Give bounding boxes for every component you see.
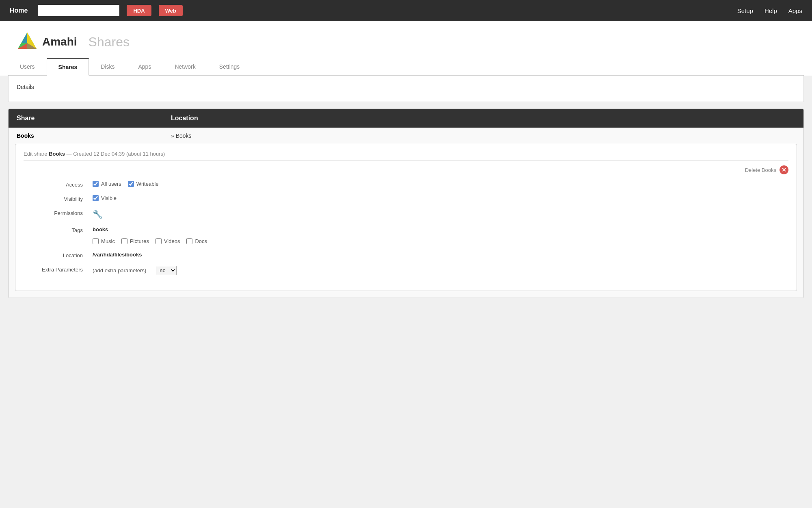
topnav-apps-link[interactable]: Apps [788,7,802,14]
extra-params-select[interactable]: no yes [156,266,177,275]
tag-music-checkbox[interactable] [93,238,99,244]
setup-link[interactable]: Setup [737,7,753,14]
search-input[interactable] [38,5,119,16]
amahi-logo [16,31,38,53]
tab-apps[interactable]: Apps [127,58,163,76]
visible-checkbox[interactable] [93,195,99,201]
edit-share-name: Books [49,151,65,157]
tab-shares[interactable]: Shares [47,58,89,76]
share-row-header-books[interactable]: Books » Books [9,128,803,144]
tags-value: books Music Pictures Videos [93,226,788,244]
form-row-visibility: Visibility Visible [24,195,788,202]
tab-users[interactable]: Users [8,58,47,76]
form-row-permissions: Permissions 🔧 [24,209,788,219]
tags-current: books [93,226,788,232]
page-title: Shares [89,35,130,50]
logo-container: Amahi [16,31,77,53]
visible-label: Visible [101,195,117,201]
tab-settings[interactable]: Settings [207,58,252,76]
form-row-access: Access All users Writeable [24,181,788,188]
location-label: Location [24,252,93,258]
tags-options: Music Pictures Videos Docs [93,238,207,244]
delete-row: Delete Books ✕ [24,165,788,174]
form-row-extra-params: Extra Parameters (add extra parameters) … [24,266,788,275]
help-link[interactable]: Help [764,7,777,14]
tab-network[interactable]: Network [163,58,207,76]
share-location-books: » Books [171,132,795,139]
extra-params-text: (add extra parameters) [93,267,146,274]
tag-docs-text: Docs [195,238,207,244]
form-row-location: Location /var/hda/files/books [24,252,788,258]
tabbar-container: Users Shares Disks Apps Network Settings [0,58,812,76]
tag-pictures-text: Pictures [130,238,149,244]
writeable-checkbox[interactable] [128,181,134,187]
extra-params-value: (add extra parameters) no yes [93,266,788,275]
web-button[interactable]: Web [159,5,183,16]
form-row-tags: Tags books Music Pictures [24,226,788,244]
content-area: Details [8,76,804,102]
topnav-right: Setup Help Apps [737,7,802,14]
header-area: Amahi Shares [0,21,812,58]
top-navigation: Home HDA Web Setup Help Apps [0,0,812,21]
tag-pictures-checkbox[interactable] [121,238,127,244]
all-users-label: All users [101,181,121,187]
edit-header: Edit share Books — Created 12 Dec 04:39 … [24,151,788,161]
tag-pictures-label[interactable]: Pictures [121,238,149,244]
col-header-location: Location [171,115,795,122]
share-name-books: Books [17,132,171,139]
tabbar: Users Shares Disks Apps Network Settings [8,58,804,76]
tag-music-label[interactable]: Music [93,238,115,244]
tag-videos-label[interactable]: Videos [155,238,180,244]
tag-docs-checkbox[interactable] [186,238,192,244]
details-label: Details [17,82,795,95]
tag-docs-label[interactable]: Docs [186,238,207,244]
visibility-value: Visible [93,195,788,201]
edit-panel-books: Edit share Books — Created 12 Dec 04:39 … [15,144,797,291]
home-link[interactable]: Home [10,7,28,14]
location-value: /var/hda/files/books [93,252,788,258]
access-label: Access [24,181,93,188]
writeable-label: Writeable [136,181,159,187]
delete-label: Delete Books [745,167,776,173]
tab-disks[interactable]: Disks [89,58,126,76]
writeable-checkbox-label[interactable]: Writeable [128,181,159,187]
edit-created-info: — Created 12 Dec 04:39 (about 11 hours) [67,151,165,157]
permissions-value: 🔧 [93,209,788,219]
all-users-checkbox-label[interactable]: All users [93,181,121,187]
all-users-checkbox[interactable] [93,181,99,187]
visible-checkbox-label[interactable]: Visible [93,195,117,201]
access-value: All users Writeable [93,181,788,187]
permissions-icon[interactable]: 🔧 [93,209,103,219]
visibility-label: Visibility [24,195,93,202]
location-path: /var/hda/files/books [93,252,142,258]
hda-button[interactable]: HDA [127,5,151,16]
extra-params-label: Extra Parameters [24,266,93,273]
tag-videos-checkbox[interactable] [155,238,162,244]
tag-music-text: Music [101,238,115,244]
shares-table: Share Location Books » Books Edit share … [8,109,804,298]
share-row-books: Books » Books Edit share Books — Created… [9,128,803,298]
permissions-label: Permissions [24,209,93,216]
brand-name: Amahi [42,35,77,48]
tags-label: Tags [24,226,93,233]
delete-button[interactable]: ✕ [780,165,788,174]
col-header-share: Share [17,115,171,122]
table-header: Share Location [9,109,803,128]
tag-videos-text: Videos [164,238,180,244]
